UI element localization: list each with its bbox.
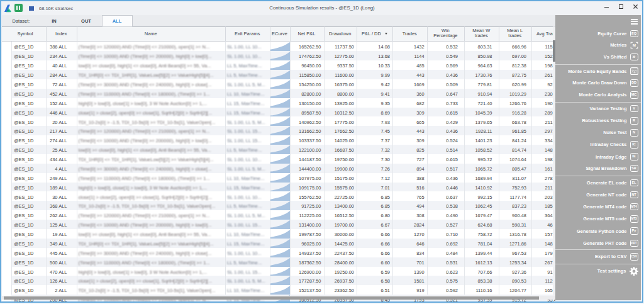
svg-text:M: M: [633, 43, 636, 47]
